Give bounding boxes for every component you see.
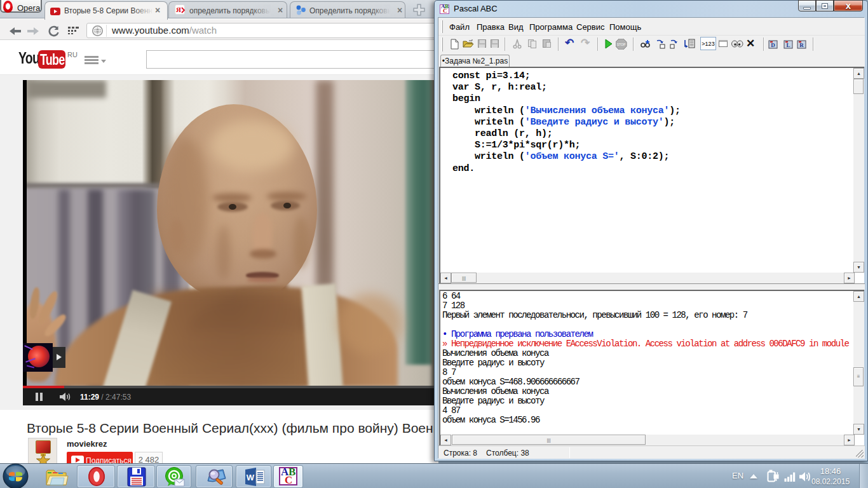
svg-text:L: L [786,42,790,48]
svg-text:D: D [771,42,775,48]
svg-text:W: W [247,473,255,482]
svg-text:R: R [799,42,804,48]
svg-text:STOP: STOP [617,43,626,46]
